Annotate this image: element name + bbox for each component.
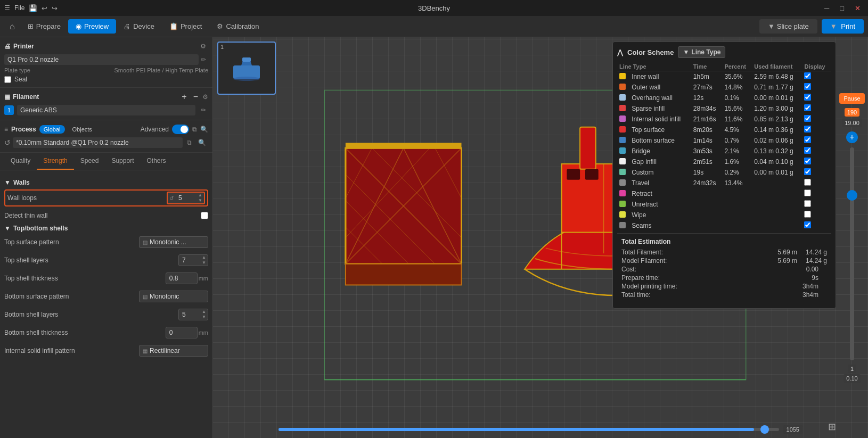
wall-loops-spinner[interactable]: ▲ ▼ (196, 193, 204, 203)
filament-settings-icon[interactable]: ⚙ (202, 93, 208, 101)
objects-tag[interactable]: Objects (68, 125, 96, 134)
bottom-thumb[interactable] (760, 425, 769, 434)
row-used: 0.14 m 0.36 g (752, 125, 802, 135)
row-display[interactable] (802, 93, 831, 103)
line-type-selector[interactable]: ▼ Line Type (678, 46, 725, 58)
row-display[interactable] (802, 188, 831, 199)
project-icon: 📋 (169, 22, 178, 30)
slider-bottom-label: 19.00 (842, 119, 862, 127)
prepare-tab[interactable]: ⊞ Prepare (20, 19, 68, 34)
wall-loops-input[interactable]: ↺ 5 ▲ ▼ (167, 192, 205, 204)
spin-up-arrow[interactable]: ▲ (196, 193, 204, 198)
top-shell-layers-value: 7 (179, 255, 200, 266)
view-area[interactable]: 1 (213, 37, 868, 438)
printer-edit-icon[interactable]: ✏ (199, 55, 208, 64)
row-display[interactable] (802, 71, 831, 82)
filament-edit-icon[interactable]: ✏ (199, 105, 208, 115)
close-button[interactable]: ✕ (851, 3, 864, 13)
process-copy-btn[interactable]: ⧉ (185, 138, 194, 147)
calibration-tab[interactable]: ⚙ Calibration (209, 19, 266, 34)
tab-quality[interactable]: Quality (4, 153, 37, 170)
top-shell-layers-input[interactable]: 7 ▲ ▼ (178, 254, 208, 266)
bottom-track[interactable] (279, 428, 779, 431)
row-time: 1h5m (691, 71, 723, 82)
spin-down[interactable]: ▼ (200, 260, 208, 266)
save-icon[interactable]: 💾 (29, 4, 37, 12)
undo-icon[interactable]: ↩ (42, 4, 47, 12)
row-percent: 35.6% (722, 71, 752, 82)
process-search-icon[interactable]: 🔍 (200, 126, 208, 133)
global-tag[interactable]: Global (39, 125, 65, 134)
spin-down[interactable]: ▼ (200, 315, 208, 320)
tab-support[interactable]: Support (105, 153, 140, 170)
bottom-surface-pattern-select[interactable]: ▨ Monotonic (139, 291, 208, 302)
remove-filament-button[interactable]: − (191, 92, 200, 102)
bottom-shell-layers-spinner[interactable]: ▲ ▼ (200, 309, 208, 320)
row-display[interactable] (802, 156, 831, 167)
spin-down-arrow[interactable]: ▼ (196, 198, 204, 203)
row-display[interactable] (802, 114, 831, 125)
redo-icon[interactable]: ↪ (52, 4, 58, 12)
row-display[interactable] (802, 210, 831, 220)
process-reset-icon[interactable]: ↺ (4, 138, 11, 147)
row-display[interactable] (802, 103, 831, 114)
row-display[interactable] (802, 125, 831, 135)
layer-slider-track[interactable] (850, 147, 854, 360)
top-shell-layers-spinner[interactable]: ▲ ▼ (200, 255, 208, 266)
row-display[interactable] (802, 167, 831, 178)
row-display[interactable] (802, 178, 831, 188)
detect-thin-wall-checkbox[interactable] (201, 212, 208, 219)
layer-slider-thumb[interactable] (847, 190, 857, 201)
bottom-shell-thickness-field[interactable] (166, 327, 198, 338)
estimation-row: Total time: 3h4m (621, 291, 827, 299)
row-display[interactable] (802, 199, 831, 210)
layers-icon[interactable]: ⊞ (828, 421, 836, 433)
seal-checkbox[interactable] (4, 76, 11, 83)
detect-thin-wall-label: Detect thin wall (4, 212, 201, 219)
tab-speed[interactable]: Speed (74, 153, 105, 170)
row-display[interactable] (802, 82, 831, 93)
collapse-icon[interactable]: ⋀ (617, 48, 623, 56)
project-tab[interactable]: 📋 Project (162, 19, 209, 34)
process-copy-icon[interactable]: ⧉ (192, 126, 197, 133)
row-display[interactable] (802, 146, 831, 156)
pause-button[interactable]: Pause (839, 93, 864, 104)
printer-settings-icon[interactable]: ⚙ (198, 42, 208, 51)
dropdown-arrow: ▼ (683, 48, 689, 56)
slice-plate-button[interactable]: ▼ Slice plate (759, 19, 817, 34)
print-button[interactable]: ▼ Print (822, 19, 864, 34)
tab-others[interactable]: Others (140, 153, 172, 170)
minimize-button[interactable]: ─ (821, 3, 832, 13)
device-tab[interactable]: 🖨 Device (116, 19, 162, 34)
bottom-slider[interactable]: 1055 (279, 425, 803, 434)
top-bottom-collapse-icon[interactable]: ▼ (4, 225, 11, 232)
advanced-switch[interactable] (172, 125, 189, 134)
add-layer-button[interactable]: + (846, 131, 858, 143)
internal-solid-select[interactable]: ▦ Rectilinear (139, 345, 208, 357)
row-display[interactable] (802, 135, 831, 146)
maximize-button[interactable]: □ (837, 3, 847, 13)
plate-type-label: Plate type (4, 67, 30, 73)
row-display[interactable] (802, 220, 831, 231)
top-shell-thickness-input[interactable]: mm (166, 272, 208, 284)
wall-loops-value: 5 (175, 193, 196, 203)
home-button[interactable]: ⌂ (4, 19, 20, 35)
bottom-shell-thickness-input[interactable]: mm (166, 327, 208, 338)
process-search-btn[interactable]: 🔍 (196, 138, 208, 147)
top-surface-pattern-select[interactable]: ▨ Monotonic ... (139, 236, 208, 248)
walls-collapse-icon[interactable]: ▼ (4, 179, 11, 186)
window-controls: ─ □ ✕ (821, 3, 864, 13)
layer-slider[interactable]: Pause 190 19.00 + 1 0.10 (841, 37, 863, 438)
preview-tab[interactable]: ◉ Preview (68, 19, 116, 34)
reset-icon[interactable]: ↺ (168, 195, 175, 201)
spin-up[interactable]: ▲ (200, 255, 208, 260)
row-label: Seams (629, 220, 691, 231)
top-shell-thickness-field[interactable] (166, 272, 198, 284)
menu-icon[interactable]: ☰ (4, 4, 10, 12)
file-menu[interactable]: File (14, 4, 24, 12)
bottom-shell-layers-input[interactable]: 5 ▲ ▼ (178, 309, 208, 320)
est-v1: 3h4m (803, 291, 818, 299)
tab-strength[interactable]: Strength (37, 153, 73, 170)
spin-up[interactable]: ▲ (200, 309, 208, 315)
add-filament-button[interactable]: + (179, 92, 189, 102)
